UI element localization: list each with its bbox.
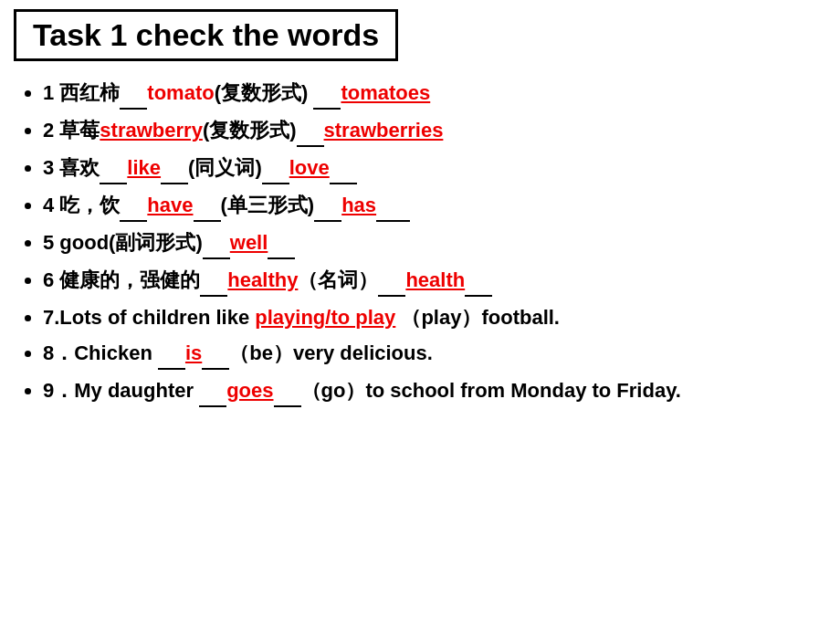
item-middle: （名词） — [298, 268, 405, 291]
list-item: 2 草莓strawberry(复数形式) strawberries — [43, 115, 826, 147]
page: Task 1 check the words 1 西红柿 tomato(复数形式… — [0, 0, 840, 630]
list-item: 1 西红柿 tomato(复数形式) tomatoes — [43, 78, 826, 110]
item-prefix: 8．Chicken — [43, 341, 185, 364]
item-middle: (同义词) — [188, 156, 289, 179]
item-middle: （play）football. — [395, 306, 560, 329]
list-item: 4 吃，饮 have (单三形式) has — [43, 190, 826, 222]
item-middle: (复数形式) — [215, 81, 341, 104]
answer-goes: goes — [226, 379, 273, 402]
list-item: 7.Lots of children like playing/to play … — [43, 302, 826, 332]
item-prefix: 6 健康的，强健的 — [43, 268, 227, 291]
item-prefix: 4 吃，饮 — [43, 194, 147, 216]
list-item: 8．Chicken is （be）very delicious. — [43, 338, 826, 370]
item-middle: (单三形式) — [221, 194, 342, 216]
title-box: Task 1 check the words — [14, 9, 398, 61]
item-prefix: 5 good(副词形式) — [43, 231, 230, 254]
list-item: 5 good(副词形式) well — [43, 227, 826, 259]
item-middle: （go）to school from Monday to Friday. — [301, 379, 681, 402]
list-item: 9．My daughter goes （go）to school from Mo… — [43, 375, 826, 407]
item-prefix: 7.Lots of children like — [43, 306, 255, 329]
answer-strawberries: strawberries — [324, 119, 444, 142]
answer-healthy: healthy — [227, 268, 298, 291]
answer-is: is — [185, 341, 202, 364]
word-list: 1 西红柿 tomato(复数形式) tomatoes 2 草莓strawber… — [14, 78, 826, 407]
answer-playing: playing/to play — [255, 306, 395, 329]
answer-well: well — [230, 231, 268, 254]
item-prefix: 1 西红柿 — [43, 81, 147, 104]
page-title: Task 1 check the words — [33, 17, 379, 53]
answer-strawberry: strawberry — [100, 119, 203, 142]
item-prefix: 3 喜欢 — [43, 156, 127, 179]
item-prefix: 9．My daughter — [43, 379, 226, 402]
list-item: 6 健康的，强健的 healthy（名词） health — [43, 265, 826, 297]
answer-has: has — [341, 194, 376, 216]
answer-like: like — [127, 156, 161, 179]
answer-love: love — [289, 156, 330, 179]
list-item: 3 喜欢 like (同义词) love — [43, 152, 826, 184]
answer-tomatoes: tomatoes — [341, 81, 430, 104]
answer-have: have — [147, 194, 193, 216]
answer-tomato: tomato — [147, 81, 214, 104]
answer-health: health — [405, 268, 465, 291]
item-prefix: 2 草莓 — [43, 119, 100, 142]
item-middle: （be）very delicious. — [229, 341, 433, 364]
item-middle: (复数形式) — [203, 119, 324, 142]
